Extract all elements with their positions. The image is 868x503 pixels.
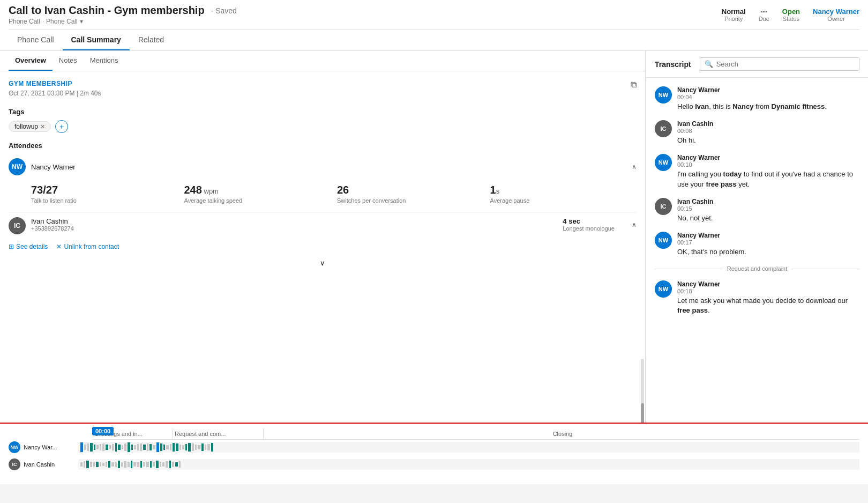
bar-n-40 <box>211 443 213 452</box>
breadcrumb-part2[interactable]: Phone Call <box>46 18 78 25</box>
bar-i-8 <box>102 463 104 466</box>
tag-add-button[interactable]: + <box>55 120 68 133</box>
bar-n-17 <box>134 445 136 449</box>
transcript-time-3: 00:10 <box>677 161 859 168</box>
bar-i-4 <box>90 462 92 467</box>
bar-n-4 <box>94 445 95 450</box>
track-bars-ivan <box>78 459 859 470</box>
tab-related[interactable]: Related <box>130 30 173 50</box>
transcript-time-4: 00:15 <box>677 205 859 212</box>
transcript-speaker-6: Nancy Warner <box>677 280 859 288</box>
scrollbar[interactable] <box>641 359 644 423</box>
tab-phone-call[interactable]: Phone Call <box>9 30 63 50</box>
transcript-avatar-nw-4: NW <box>655 280 672 298</box>
stat-switches-value: 26 <box>337 184 484 196</box>
bar-i-14 <box>121 462 123 467</box>
breadcrumb-dropdown-icon[interactable]: ▾ <box>80 18 83 25</box>
copy-icon[interactable]: ⧉ <box>631 80 637 90</box>
transcript-text-2: Oh hi. <box>677 136 859 145</box>
track-name-nancy: Nancy War... <box>24 444 57 450</box>
tab-call-summary[interactable]: Call Summary <box>63 30 130 50</box>
stat-sec-unit: s <box>496 187 500 195</box>
bar-n-14 <box>124 443 126 451</box>
bar-n-33 <box>188 443 191 452</box>
sub-tabs: Overview Notes Mentions <box>0 51 645 71</box>
bar-i-32 <box>179 461 181 468</box>
priority-value: Normal <box>722 8 746 16</box>
collapse-icon: ∨ <box>320 259 325 267</box>
sub-tab-overview[interactable]: Overview <box>9 51 53 71</box>
transcript-entry-2: IC Ivan Cashin 00:08 Oh hi. <box>646 116 868 150</box>
stat-avg-pause: 1s Average pause <box>490 184 637 204</box>
bar-n-15 <box>128 442 130 452</box>
transcript-speaker-1: Nancy Warner <box>677 86 859 94</box>
bar-n-21 <box>147 443 148 451</box>
transcript-entry-6: NW Nancy Warner 00:18 Let me ask you wha… <box>646 276 868 320</box>
search-input[interactable] <box>716 60 855 68</box>
bar-n-37 <box>201 443 204 451</box>
meta-priority: Normal Priority <box>722 8 746 22</box>
unlink-contact-link[interactable]: ✕ Unlink from contact <box>56 243 119 250</box>
track-label-ivan: IC Ivan Cashin <box>9 458 78 470</box>
see-details-link[interactable]: ⊞ See details <box>9 243 48 250</box>
header-meta: Normal Priority --- Due Open Status Nanc… <box>722 8 859 22</box>
bar-i-22 <box>146 462 149 467</box>
nancy-stats: 73/27 Talk to listen ratio 248 wpm Avera… <box>9 180 637 212</box>
transcript-content-3: Nancy Warner 00:10 I'm calling you today… <box>677 154 859 189</box>
tags-label: Tags <box>9 108 637 116</box>
bar-i-19 <box>137 462 139 467</box>
tags-section: Tags followup ✕ + <box>9 108 637 133</box>
transcript-text-1: Hello Ivan, this is Nancy from Dynamic f… <box>677 102 859 112</box>
transcript-speaker-4: Ivan Cashin <box>677 198 859 205</box>
transcript-text-5: OK, that's no problem. <box>677 247 859 257</box>
bar-n-13 <box>122 445 123 449</box>
nav-tabs: Phone Call Call Summary Related <box>9 29 859 50</box>
transcript-avatar-nw-2: NW <box>655 154 672 171</box>
transcript-title: Transcript <box>655 60 691 69</box>
tag-text: followup <box>14 123 38 130</box>
attendees-label: Attendees <box>9 142 637 150</box>
timeline-panel: 00:00 Greetings and in... Request and co… <box>0 423 868 484</box>
bar-n-30 <box>179 445 181 450</box>
stat-avg-pause-label: Average pause <box>490 197 637 204</box>
transcript-time-2: 00:08 <box>677 128 859 134</box>
search-box[interactable]: 🔍 <box>700 57 859 71</box>
attendees-section: Attendees NW Nancy Warner ∧ 73/27 Talk t… <box>9 142 637 271</box>
call-date: Oct 27, 2021 03:30 PM | 2m 40s <box>9 90 101 97</box>
due-label: Due <box>759 16 769 22</box>
bar-i-2 <box>84 461 85 468</box>
sub-tab-notes[interactable]: Notes <box>53 51 84 71</box>
stat-talk-ratio-value: 73/27 <box>31 184 178 196</box>
call-section-title: GYM MEMBERSHIP <box>9 80 101 87</box>
bar-n-24 <box>160 443 162 451</box>
bar-n-7 <box>102 443 104 451</box>
divider-line-left <box>655 269 723 269</box>
bar-n-28 <box>173 443 175 452</box>
bar-i-9 <box>106 462 107 467</box>
meta-owner[interactable]: Nancy Warner Owner <box>813 8 859 22</box>
track-avatar-nancy: NW <box>9 441 20 453</box>
track-label-nancy: NW Nancy War... <box>9 441 78 453</box>
bar-i-29 <box>169 461 171 468</box>
bar-i-6 <box>96 462 99 467</box>
bar-i-20 <box>140 461 142 468</box>
tag-remove-icon[interactable]: ✕ <box>40 123 45 130</box>
attendee-name-nancy: Nancy Warner <box>31 163 76 171</box>
unlink-label: Unlink from contact <box>64 243 119 250</box>
segment-request: Request and com... <box>173 428 264 439</box>
meta-due: --- Due <box>759 8 769 22</box>
bar-i-26 <box>160 462 161 467</box>
transcript-avatar-nw-3: NW <box>655 232 672 249</box>
chevron-nancy[interactable]: ∧ <box>632 163 637 171</box>
bar-i-1 <box>80 462 83 467</box>
collapse-button[interactable]: ∨ <box>9 255 637 271</box>
bar-n-20 <box>143 445 146 450</box>
sub-tab-mentions[interactable]: Mentions <box>84 51 125 71</box>
track-avatar-ivan: IC <box>9 458 20 470</box>
avatar-nancy: NW <box>9 158 26 175</box>
transcript-speaker-2: Ivan Cashin <box>677 120 859 128</box>
chevron-ivan[interactable]: ∧ <box>632 221 637 228</box>
bar-i-30 <box>172 462 174 467</box>
timeline-marker: 00:00 <box>92 427 114 435</box>
unlink-icon: ✕ <box>56 243 62 250</box>
